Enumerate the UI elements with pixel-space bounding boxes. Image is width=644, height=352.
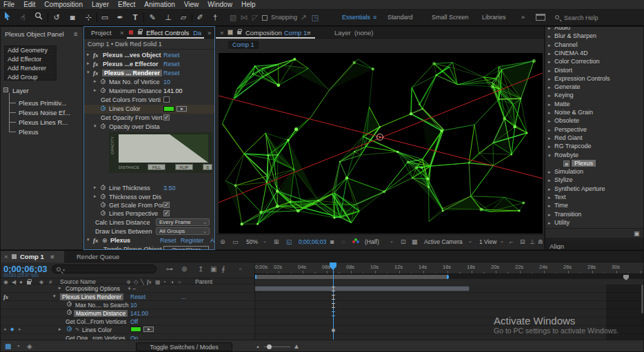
type-tool-icon[interactable]: T [130, 12, 141, 23]
add-effector-button[interactable]: Add Effector [4, 54, 57, 63]
stopwatch-icon[interactable] [101, 185, 105, 190]
row-label-selected[interactable]: Plexus Lines Renderer [60, 293, 123, 300]
effects-item-plexus[interactable]: ▦Plexus [545, 160, 644, 168]
effect-row-lines-renderer[interactable]: ▾ fx Plexus ... Renderer Reset [84, 69, 214, 78]
compositing-plus-minus[interactable]: + − [128, 285, 136, 292]
puppet-pin-tool-icon[interactable]: † [210, 12, 221, 23]
eyedropper-icon[interactable]: ➤ [177, 106, 187, 112]
twirl-icon[interactable]: ▸ [548, 212, 551, 218]
timeline-row-maximum-distance[interactable]: Maximum Distance 141.00 [1, 309, 254, 318]
snap-box-icon[interactable]: ◳ [310, 12, 321, 23]
effect-name[interactable]: Plexus ...ves Object [103, 52, 161, 59]
effects-category-time[interactable]: ▸Time [545, 202, 644, 210]
opacity-distance-graph[interactable]: OPACITY DISTANCE FILL FLIP S [109, 132, 212, 173]
panel-menu-icon[interactable]: ≡ [50, 253, 54, 260]
effects-category-rg-trapcode[interactable]: ▸RG Trapcode [545, 143, 644, 151]
expand-panel-icon[interactable]: ▩ [5, 342, 11, 350]
draft-3d-icon[interactable]: ⊛ [181, 265, 187, 273]
comp-breadcrumb-chip[interactable]: Comp 1 [228, 41, 259, 49]
zoom-out-mountain-icon[interactable]: ▲ [256, 344, 260, 349]
snap-arrow-icon[interactable]: ↗ [298, 12, 309, 23]
twirl-icon[interactable]: ▸ [548, 127, 551, 133]
effects-category-text[interactable]: ▸Text [545, 194, 644, 202]
twirl-icon[interactable]: ▾ [53, 293, 56, 299]
reset-link[interactable]: Reset [163, 52, 180, 59]
property-row-toggle-plexus[interactable]: Toggle Plexus Object Open/Close [84, 245, 214, 250]
timeline-nav-icon[interactable]: ⊥ [530, 238, 535, 245]
flowchart-icon[interactable]: ⊚ [220, 238, 225, 245]
twirl-icon[interactable]: ▸ [87, 52, 90, 57]
flip-button[interactable]: FLIP [175, 164, 193, 170]
effects-category-keying[interactable]: ▸Keying [545, 92, 644, 100]
property-row-get-colors[interactable]: Get Colors From Verti [84, 96, 214, 105]
twirl-icon[interactable]: ▸ [548, 178, 551, 183]
tree-item-plexus-primitives[interactable]: Plexus Primitiv... [19, 99, 67, 107]
workspace-libraries[interactable]: Libraries [482, 14, 506, 21]
snapping-checkbox[interactable] [262, 15, 268, 21]
twirl-icon[interactable]: ▸ [548, 136, 551, 141]
graph-editor-icon[interactable]: ▫ [239, 265, 242, 273]
comp-flowchart-icon[interactable]: ⋒ [538, 238, 543, 245]
tab-effect-controls[interactable]: Effect Controls [146, 29, 189, 37]
effects-category-matte[interactable]: ▸Matte [545, 101, 644, 109]
lock-icon[interactable] [237, 31, 241, 34]
twirl-icon[interactable]: ▸ [548, 102, 551, 107]
chevron-down-icon[interactable]: ⌄ [390, 238, 394, 244]
add-renderer-button[interactable]: Add Renderer [4, 63, 57, 72]
effects-category-generate[interactable]: ▸Generate [545, 83, 644, 92]
timeline-row-get-colors[interactable]: Get Col...From Vertices Off [1, 318, 254, 326]
tab-composition[interactable]: Composition [245, 29, 282, 37]
twirl-icon[interactable]: ▸ [94, 79, 97, 84]
property-row-line-thickness[interactable]: ▸ Line Thickness 3.50 [84, 184, 214, 193]
frame-blend-icon[interactable]: ◔ [16, 342, 20, 350]
comp-mini-flowchart-icon[interactable]: ⊶ [166, 265, 173, 273]
workspace-menu-icon[interactable]: ≡ [373, 14, 376, 21]
checkbox-checked[interactable]: ✓ [163, 202, 170, 208]
snapshot-camera-icon[interactable]: ◙ [330, 238, 334, 245]
twirl-icon[interactable]: ▸ [59, 327, 61, 332]
pan-behind-tool-icon[interactable]: ⊹ [83, 12, 94, 23]
checkbox-unchecked[interactable] [163, 96, 170, 103]
checkbox-checked[interactable]: ✓ [163, 114, 170, 121]
effects-category-cinema-4d[interactable]: ▸CINEMA 4D [545, 50, 644, 58]
effects-category-distort[interactable]: ▸Distort [545, 67, 644, 75]
property-value[interactable]: 141.00 [163, 87, 183, 94]
camera-tool-icon[interactable]: ◙ [67, 12, 78, 23]
color-swatch[interactable] [163, 106, 174, 112]
property-row-draw-lines[interactable]: Draw Lines Between All Groups⌄ [84, 227, 214, 236]
property-value[interactable]: 3.50 [163, 185, 176, 191]
twirl-icon[interactable]: ▸ [548, 220, 551, 226]
workspace-switcher-icon[interactable] [536, 14, 545, 21]
twirl-icon[interactable]: ▸ [548, 203, 551, 209]
twirl-icon[interactable]: ▸ [94, 194, 97, 199]
time-ruler[interactable]: 0;00s02s04s06s08s10s12s14s16s18s20s22s24… [254, 262, 644, 274]
tab-layer[interactable]: Layer [334, 29, 351, 37]
more-link[interactable]: ... [181, 293, 186, 300]
zoom-tool-icon[interactable] [33, 12, 44, 23]
timeline-search-input[interactable]: ▾ [52, 265, 157, 273]
property-row-max-vertices[interactable]: ▸ Max No. of Vertice 10 [84, 78, 214, 87]
twirl-icon[interactable]: ▸ [548, 59, 551, 65]
transparency-grid-icon[interactable]: ▦ [412, 238, 418, 245]
resolution-dropdown[interactable]: (Half) [365, 238, 379, 245]
menu-view[interactable]: View [184, 1, 199, 8]
panel-menu-icon[interactable]: ≡ [74, 30, 78, 38]
effects-category-channel[interactable]: ▸Channel [545, 41, 644, 50]
toggle-switches-modes-button[interactable]: Toggle Switches / Modes [136, 342, 232, 351]
vertical-scrollbar[interactable] [641, 284, 643, 313]
tree-collapse-icon[interactable]: − [3, 87, 8, 92]
add-geometry-button[interactable]: Add Geometry [4, 45, 57, 54]
effects-category-utility[interactable]: ▸Utility [545, 219, 644, 227]
property-row-lines-color[interactable]: Lines Color ➤ [84, 105, 214, 114]
active-camera-dropdown[interactable]: Active Camera [424, 238, 463, 245]
timeline-row-compositing-options[interactable]: ▸ Compositing Options + − [1, 284, 254, 293]
stopwatch-icon[interactable] [101, 79, 105, 84]
property-row-lines-perspective[interactable]: Lines Perspective ✓ [84, 209, 214, 218]
twirl-icon[interactable]: ▸ [94, 87, 97, 93]
effects-category-expression-controls[interactable]: ▸Expression Controls [545, 75, 644, 83]
panel-overflow-icon[interactable]: » [208, 29, 211, 37]
eraser-tool-icon[interactable]: ▱ [178, 12, 189, 23]
safe-areas-icon[interactable]: ◱ [286, 238, 292, 245]
property-row-opacity-over-distance[interactable]: ▾ Opacity over Dista [84, 123, 214, 132]
register-link[interactable]: Register [181, 237, 204, 244]
